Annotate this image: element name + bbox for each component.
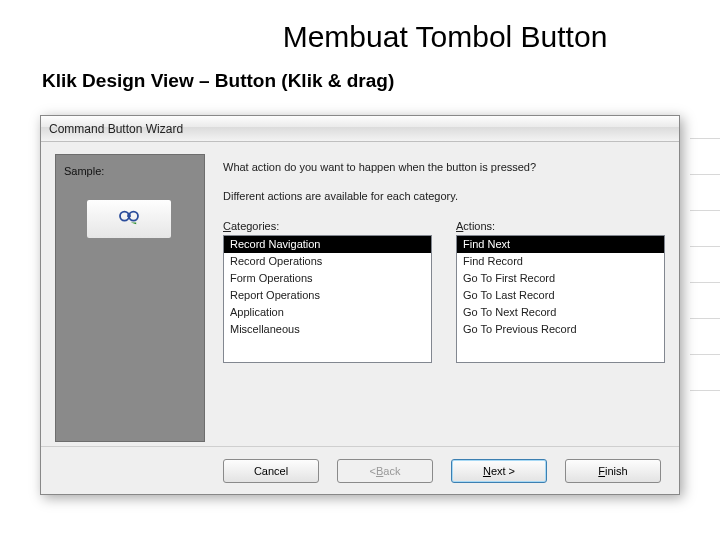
svg-rect-2 [127, 214, 131, 217]
action-item[interactable]: Find Record [457, 253, 664, 270]
category-item[interactable]: Miscellaneous [224, 321, 431, 338]
background-gridlines [690, 138, 720, 458]
actions-listbox[interactable]: Find NextFind RecordGo To First RecordGo… [456, 235, 665, 363]
category-item[interactable]: Report Operations [224, 287, 431, 304]
dialog-title: Command Button Wizard [49, 122, 183, 136]
category-item[interactable]: Record Navigation [224, 236, 431, 253]
action-item[interactable]: Go To Last Record [457, 287, 664, 304]
slide-title: Membuat Tombol Button [0, 0, 720, 62]
category-item[interactable]: Form Operations [224, 270, 431, 287]
categories-listbox[interactable]: Record NavigationRecord OperationsForm O… [223, 235, 432, 363]
dialog-button-row: Cancel < Back Next > Finish [41, 446, 679, 494]
category-item[interactable]: Application [224, 304, 431, 321]
wizard-dialog: Command Button Wizard Sample: What actio… [40, 115, 680, 495]
binoculars-icon [118, 208, 140, 230]
action-item[interactable]: Go To Next Record [457, 304, 664, 321]
next-button[interactable]: Next > [451, 459, 547, 483]
action-item[interactable]: Find Next [457, 236, 664, 253]
cancel-button[interactable]: Cancel [223, 459, 319, 483]
finish-button[interactable]: Finish [565, 459, 661, 483]
prompt-text-1: What action do you want to happen when t… [223, 160, 665, 174]
slide-subtitle: Klik Design View – Button (Klik & drag) [0, 62, 720, 100]
sample-label: Sample: [64, 165, 104, 177]
back-button: < Back [337, 459, 433, 483]
category-item[interactable]: Record Operations [224, 253, 431, 270]
wizard-content: What action do you want to happen when t… [223, 154, 665, 442]
sample-preview-button [86, 199, 172, 239]
prompt-text-2: Different actions are available for each… [223, 190, 665, 202]
action-item[interactable]: Go To Previous Record [457, 321, 664, 338]
actions-label: Actions: [456, 220, 665, 232]
dialog-titlebar[interactable]: Command Button Wizard [41, 116, 679, 142]
action-item[interactable]: Go To First Record [457, 270, 664, 287]
sample-panel: Sample: [55, 154, 205, 442]
categories-label: Categories: [223, 220, 432, 232]
